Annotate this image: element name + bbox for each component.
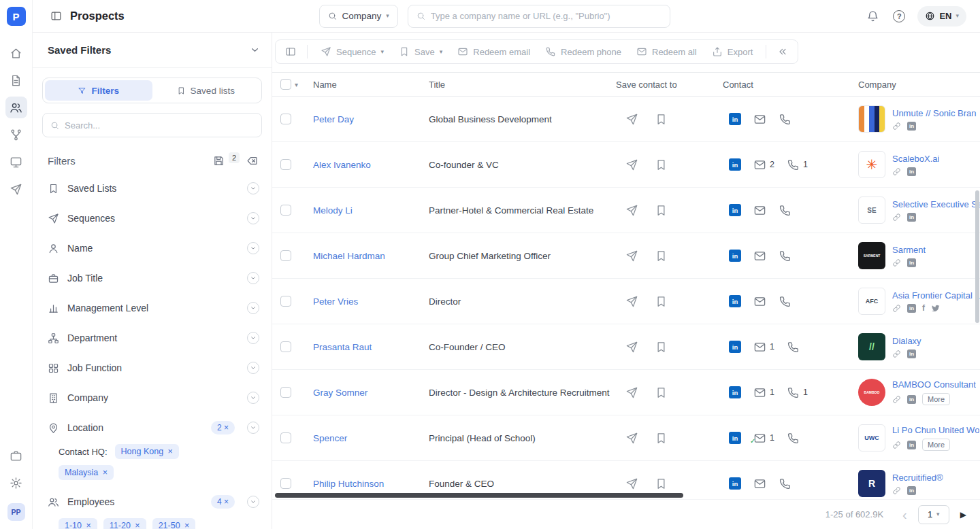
help-icon[interactable]: ? [893, 10, 905, 22]
toolbar-sequence-button[interactable]: Sequence▾ [313, 42, 391, 61]
chevron-down-icon[interactable] [249, 44, 261, 56]
remove-chip-icon[interactable]: × [100, 468, 108, 477]
redeem-phone-button[interactable]: 1 [787, 158, 808, 171]
expand-filter-icon[interactable] [247, 496, 259, 508]
redeem-phone-button[interactable] [787, 432, 800, 445]
tab-filters[interactable]: Filters [45, 80, 152, 101]
expand-filter-icon[interactable] [247, 422, 259, 434]
filter-chip[interactable]: Hong Kong × [115, 444, 179, 459]
save-to-list-button[interactable] [655, 386, 668, 399]
remove-chip-icon[interactable]: × [133, 521, 140, 529]
linkedin-profile-icon[interactable]: in [729, 477, 741, 490]
filter-item-job-title[interactable]: Job Title [33, 263, 272, 293]
company-search-input[interactable] [431, 11, 662, 21]
filter-item-saved-lists[interactable]: Saved Lists [33, 173, 272, 203]
toolbar-redeem-phone-button[interactable]: Redeem phone [538, 42, 629, 61]
company-name-link[interactable]: Recruitified® [892, 473, 943, 483]
row-checkbox[interactable] [280, 250, 291, 261]
linkedin-profile-icon[interactable]: in [729, 295, 741, 307]
website-link-icon[interactable] [892, 349, 901, 358]
rail-item-home[interactable] [5, 42, 27, 64]
remove-chip-icon[interactable]: × [182, 521, 190, 529]
redeem-email-button[interactable] [753, 477, 766, 490]
add-to-sequence-button[interactable] [625, 113, 638, 126]
language-selector[interactable]: EN ▾ [917, 6, 966, 27]
add-to-sequence-button[interactable] [625, 477, 638, 490]
website-link-icon[interactable] [892, 258, 901, 267]
company-linkedin-icon[interactable]: in [907, 167, 916, 176]
company-linkedin-icon[interactable]: in [907, 258, 916, 267]
filter-count-badge[interactable]: 4 × [211, 495, 235, 509]
sidebar-toggle-icon[interactable] [49, 9, 63, 23]
save-filters-button[interactable] [212, 154, 226, 168]
redeem-phone-button[interactable]: 1 [787, 386, 808, 399]
row-checkbox[interactable] [280, 205, 291, 216]
company-linkedin-icon[interactable]: in [907, 213, 916, 222]
linkedin-profile-icon[interactable]: in [729, 432, 741, 444]
toolbar-redeem-all-button[interactable]: Redeem all [629, 42, 704, 61]
rail-item-send[interactable] [5, 178, 27, 200]
select-menu-caret-icon[interactable]: ▾ [295, 81, 298, 88]
expand-filter-icon[interactable] [247, 242, 259, 254]
company-name-link[interactable]: ScaleboX.ai [892, 154, 939, 164]
clear-filters-button[interactable] [245, 154, 259, 168]
redeem-phone-button[interactable] [779, 113, 791, 126]
prospect-name-link[interactable]: Peter Day [313, 114, 354, 124]
toolbar-save-button[interactable]: Save▾ [391, 42, 450, 61]
redeem-phone-button[interactable] [779, 250, 791, 262]
company-linkedin-icon[interactable]: in [907, 122, 916, 131]
company-name-link[interactable]: Sarment [892, 245, 926, 255]
website-link-icon[interactable] [892, 395, 901, 404]
company-name-link[interactable]: Li Po Chun United Wo [892, 425, 979, 435]
save-to-list-button[interactable] [655, 295, 668, 308]
toolbar-export-button[interactable]: Export [704, 42, 761, 61]
prev-page-button[interactable]: ‹ [902, 508, 907, 522]
collapse-toolbar-button[interactable] [772, 42, 794, 61]
linkedin-profile-icon[interactable]: in [729, 204, 741, 216]
filter-item-name[interactable]: Name [33, 233, 272, 263]
website-link-icon[interactable] [892, 304, 901, 313]
add-to-sequence-button[interactable] [625, 295, 638, 308]
filter-chip[interactable]: 11-20 × [103, 518, 146, 529]
filter-item-department[interactable]: Department [33, 323, 272, 353]
company-name-link[interactable]: Asia Frontier Capital L [892, 290, 980, 301]
add-to-sequence-button[interactable] [625, 158, 638, 171]
redeem-email-button[interactable]: 2 [753, 158, 774, 171]
column-settings-button[interactable] [280, 42, 301, 61]
save-to-list-button[interactable] [655, 158, 668, 171]
row-checkbox[interactable] [280, 478, 291, 489]
filter-search-input[interactable] [65, 120, 254, 131]
add-to-sequence-button[interactable] [625, 341, 638, 354]
search-scope-dropdown[interactable]: Company ▾ [319, 5, 397, 28]
app-logo[interactable]: P [7, 7, 26, 26]
redeem-email-button[interactable] [753, 113, 766, 126]
company-linkedin-icon[interactable]: in [907, 349, 916, 358]
expand-filter-icon[interactable] [247, 332, 259, 344]
prospect-name-link[interactable]: Philip Hutchinson [313, 479, 384, 489]
website-link-icon[interactable] [892, 486, 901, 495]
company-linkedin-icon[interactable]: in [907, 441, 916, 449]
prospect-name-link[interactable]: Prasanta Raut [313, 342, 372, 352]
filter-chip[interactable]: 1-10 × [59, 518, 97, 529]
filter-item-job-function[interactable]: Job Function [33, 353, 272, 383]
expand-filter-icon[interactable] [247, 182, 259, 194]
linkedin-profile-icon[interactable]: in [729, 386, 741, 398]
facebook-icon[interactable]: f [922, 304, 925, 312]
remove-chip-icon[interactable]: × [84, 521, 91, 529]
row-checkbox[interactable] [280, 432, 291, 443]
rail-item-nodes[interactable] [5, 124, 27, 146]
linkedin-profile-icon[interactable]: in [729, 158, 741, 171]
select-all-checkbox[interactable] [280, 79, 291, 90]
redeem-email-button[interactable]: 1 [753, 386, 774, 399]
saved-filters-header[interactable]: Saved Filters [33, 33, 272, 68]
add-to-sequence-button[interactable] [625, 432, 638, 445]
filter-item-management-level[interactable]: Management Level [33, 293, 272, 323]
prospect-name-link[interactable]: Michael Hardman [313, 251, 385, 261]
horizontal-scrollbar[interactable] [275, 493, 683, 498]
company-linkedin-icon[interactable]: in [907, 395, 916, 404]
company-name-link[interactable]: Dialaxy [892, 336, 921, 346]
column-header-company[interactable]: Company [858, 80, 980, 90]
expand-filter-icon[interactable] [247, 272, 259, 284]
website-link-icon[interactable] [892, 213, 901, 222]
save-to-list-button[interactable] [655, 341, 668, 354]
